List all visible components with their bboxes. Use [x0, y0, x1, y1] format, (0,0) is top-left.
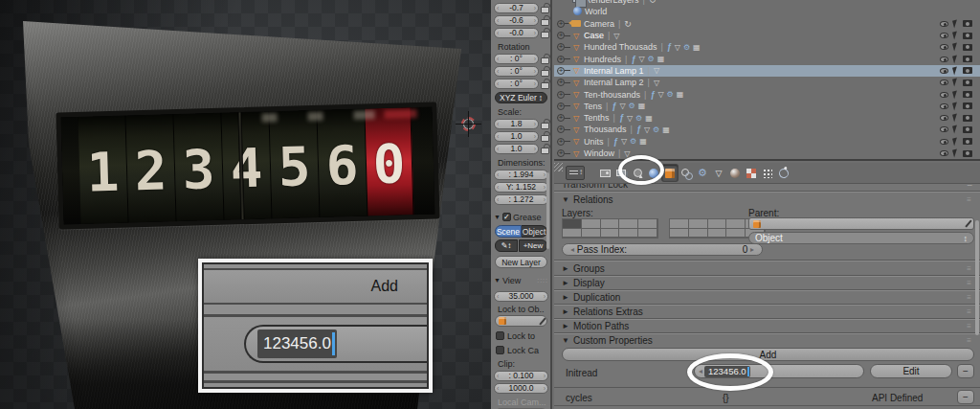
renderability-camera-icon[interactable]	[963, 91, 972, 98]
checkbox-row[interactable]: Lock to	[494, 330, 548, 341]
object-pointer-field[interactable]	[495, 315, 547, 327]
outliner-row[interactable]: +▽Internal Lamp 2|▽	[554, 77, 980, 88]
tab-scene[interactable]	[630, 165, 645, 181]
outliner-row[interactable]: +▽Hundreds|ƒ▽⚙▦	[554, 53, 980, 64]
number-field[interactable]: ‹-0.7›	[494, 3, 539, 13]
expand-plus-icon[interactable]: +	[557, 125, 565, 133]
number-field[interactable]: ‹: 0°›	[494, 79, 539, 89]
expand-plus-icon[interactable]: +	[557, 56, 565, 63]
unlock-icon[interactable]	[540, 79, 548, 88]
outliner-row[interactable]: +Camera|↻	[554, 18, 980, 30]
decrement-arrow-icon[interactable]: ◂	[570, 245, 574, 254]
checkbox-icon[interactable]	[496, 331, 504, 340]
renderability-camera-icon[interactable]	[963, 138, 972, 145]
layer-toggle[interactable]	[708, 219, 727, 229]
selectability-cursor-icon[interactable]	[952, 102, 959, 110]
new-button[interactable]: +New	[519, 239, 547, 252]
parent-object-field[interactable]	[748, 217, 974, 230]
expand-plus-icon[interactable]: +	[557, 149, 565, 157]
expand-plus-icon[interactable]: +	[557, 43, 565, 51]
unlock-icon[interactable]	[540, 66, 548, 76]
object-toggle-button[interactable]: Object	[522, 225, 547, 238]
tab-render-layers[interactable]	[613, 165, 629, 181]
unlock-icon[interactable]	[540, 119, 548, 128]
layer-toggle[interactable]	[689, 219, 708, 229]
outliner-row[interactable]: +▽Window|▽	[554, 148, 980, 159]
unlock-icon[interactable]	[540, 131, 548, 141]
layer-toggle[interactable]	[563, 219, 582, 229]
number-field[interactable]: ‹1.0›	[494, 131, 539, 142]
collapsed-panel-motion-paths[interactable]: ►Motion Paths≡	[554, 319, 980, 332]
panel-header[interactable]: ▼View::::	[494, 275, 548, 285]
checkbox-icon[interactable]	[496, 346, 504, 354]
outliner-row[interactable]: +▽Thousands|ƒ▽⚙▦	[554, 124, 980, 135]
increment-arrow-icon[interactable]: ›	[534, 121, 536, 127]
custom-properties-panel-header[interactable]: ▼ Custom Properties ≡	[554, 333, 980, 347]
new-layer-button[interactable]: New Layer	[495, 256, 547, 268]
decrement-arrow-icon[interactable]: ‹	[497, 385, 499, 392]
renderability-camera-icon[interactable]	[963, 115, 972, 122]
layer-toggle[interactable]	[708, 229, 727, 239]
layer-toggle[interactable]	[689, 229, 708, 239]
expand-plus-icon[interactable]: +	[557, 32, 565, 39]
number-field[interactable]: ‹1.8›	[494, 119, 539, 129]
layer-toggle[interactable]	[619, 229, 638, 239]
unlock-icon[interactable]	[540, 54, 548, 63]
number-field[interactable]: ‹Y: 1.152›	[494, 182, 548, 193]
selectability-cursor-icon[interactable]	[952, 125, 959, 134]
rotation-mode-dropdown[interactable]: XYZ Euler↕	[495, 92, 547, 103]
decrement-arrow-icon[interactable]: ‹	[497, 171, 499, 178]
outliner-row[interactable]: +▽Units|ƒ▽⚙▦	[554, 136, 980, 148]
add-property-button[interactable]: Add	[562, 348, 974, 361]
visibility-eye-icon[interactable]	[940, 150, 948, 156]
expand-plus-icon[interactable]: +	[557, 79, 565, 86]
number-field[interactable]: ‹1000.0›	[494, 383, 548, 394]
outliner-row[interactable]: +▽Hundred Thousads|ƒ▽⚙▦	[554, 41, 980, 53]
increment-arrow-icon[interactable]: ›	[534, 56, 536, 62]
renderability-camera-icon[interactable]	[963, 56, 972, 62]
layer-toggle[interactable]	[670, 229, 689, 239]
expand-plus-icon[interactable]: +	[557, 138, 565, 146]
increment-arrow-icon[interactable]: ›	[534, 68, 536, 75]
renderability-camera-icon[interactable]	[963, 102, 972, 109]
increment-arrow-icon[interactable]: ›	[534, 5, 536, 11]
visibility-eye-icon[interactable]	[940, 115, 948, 121]
visibility-eye-icon[interactable]	[940, 80, 948, 85]
decrement-arrow-icon[interactable]: ‹	[497, 184, 499, 191]
parent-type-dropdown[interactable]: Object ↕	[748, 232, 974, 244]
remove-property-button[interactable]: −	[957, 364, 974, 378]
eyedropper-icon[interactable]	[539, 317, 546, 325]
tab-material[interactable]	[727, 165, 743, 181]
visibility-eye-icon[interactable]	[940, 68, 948, 74]
tab-object[interactable]	[662, 165, 678, 181]
tab-particles[interactable]	[760, 165, 775, 181]
inset-value-field[interactable]: 123456.0	[244, 325, 427, 363]
renderability-camera-icon[interactable]	[963, 33, 972, 39]
eyedropper-icon[interactable]	[965, 219, 971, 227]
increment-arrow-icon[interactable]: ›	[534, 17, 536, 24]
number-field[interactable]: ‹1.0›	[494, 144, 539, 154]
unlock-icon[interactable]	[540, 28, 548, 37]
editor-type-selector[interactable]	[566, 166, 585, 180]
increment-arrow-icon[interactable]: ›	[534, 30, 536, 36]
number-field[interactable]: ‹: 1.994›	[494, 170, 548, 180]
renderability-camera-icon[interactable]	[963, 126, 972, 133]
expand-plus-icon[interactable]: +	[557, 114, 565, 122]
layer-toggle[interactable]	[670, 219, 689, 229]
increment-arrow-icon[interactable]: ›	[534, 80, 536, 87]
increment-arrow-icon[interactable]: ›	[544, 373, 546, 379]
collapsed-panel-relations-extras[interactable]: ►Relations Extras≡	[554, 305, 980, 318]
number-field[interactable]: ‹: 0.100›	[494, 371, 548, 381]
expand-plus-icon[interactable]: +	[557, 67, 565, 75]
property-value-field[interactable]: ◂ 123456.0	[694, 364, 864, 378]
layer-toggle[interactable]	[638, 229, 657, 239]
unlock-icon[interactable]	[540, 144, 548, 153]
inset-add-button[interactable]: Add	[204, 270, 427, 303]
increment-arrow-icon[interactable]: ›	[534, 133, 536, 140]
visibility-eye-icon[interactable]	[940, 103, 948, 109]
decrement-arrow-icon[interactable]: ‹	[497, 80, 499, 87]
layer-toggle[interactable]	[582, 219, 601, 229]
decrement-arrow-icon[interactable]: ‹	[497, 373, 499, 379]
decrement-arrow-icon[interactable]: ‹	[497, 5, 499, 11]
tab-physics[interactable]	[776, 165, 791, 181]
